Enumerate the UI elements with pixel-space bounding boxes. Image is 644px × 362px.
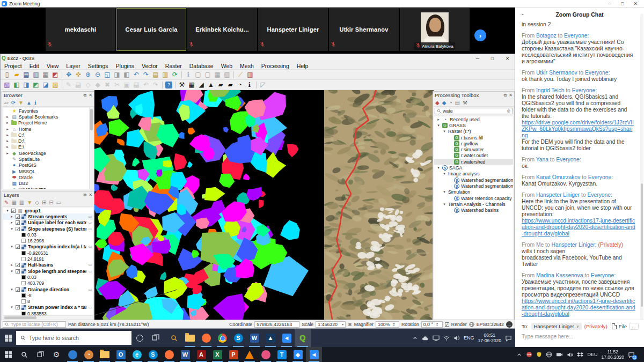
layer-checkbox[interactable]: ✓ [16,263,20,267]
chat-app[interactable]: ◆ [290,347,306,362]
add-feature-button[interactable]: ◇ [83,80,93,90]
pinned-search-app[interactable] [166,329,182,347]
zoom-full-button[interactable]: ◱ [103,70,112,79]
menu-help[interactable]: Help [293,63,312,69]
toolbox-group-recently-used[interactable]: ▸◔Recently used [434,116,513,122]
toolbox-search-input[interactable]: wate ⊗ [435,108,513,114]
copy-features-button[interactable]: ▣ [122,80,131,90]
zoom-app[interactable]: ◄ [306,347,322,362]
new-shapefile-layer-button[interactable]: ▨ [50,80,60,90]
next-participants-button[interactable]: › [474,29,486,41]
host-search-app[interactable] [16,347,32,362]
menu-processing[interactable]: Processing [258,63,293,69]
dropbox-icon[interactable] [577,352,583,358]
taskbar-search-input[interactable]: Type here to search [16,331,131,345]
zoom-next-button[interactable]: ↷ [141,70,151,79]
chat-link[interactable]: https://www.unccd.int/actions17-june-des… [522,298,635,317]
add-raster-layer-button[interactable]: ◨ [21,80,31,90]
outlook-app[interactable]: O [113,347,129,362]
add-delimited-text-button[interactable]: ◪ [41,80,50,90]
wifi-icon[interactable] [443,335,450,341]
project-properties-button[interactable]: ▥ [31,70,41,79]
epsg-code[interactable]: EPSG:32642 [477,322,504,327]
open-attribute-table-button[interactable]: ▦ [213,70,222,79]
host-start-button[interactable] [0,347,16,362]
zoom-last-button[interactable]: ↶ [131,70,141,79]
layer-checkbox[interactable]: ✓ [16,220,20,225]
layer-checkbox[interactable]: ✓ [16,269,20,274]
toolbox-group-image-analysis[interactable]: ▾Image analysis [434,171,513,177]
processing-toolbox-button[interactable]: ⚒ [177,80,187,90]
statistical-summary-button[interactable]: ▥ [245,70,255,79]
chevron-up-icon[interactable] [412,335,418,341]
help-button[interactable]: ? [165,82,172,88]
layer-checkbox[interactable]: ✓ [16,245,20,249]
browser-item-wms-wmts[interactable]: ◉WMS/WMTS [3,187,93,189]
paste-features-button[interactable]: ▤ [131,80,141,90]
vlc-app[interactable] [241,347,258,362]
layer-checkbox[interactable]: ✓ [16,215,20,219]
browser-properties-button[interactable]: ℹ [34,100,36,106]
layer-group-row[interactable]: ▾✓▦group1 [3,208,93,213]
menu-settings[interactable]: Settings [84,63,112,69]
alarms-app[interactable]: ◔ [80,347,97,362]
layer-row-slope-length-and-steepness-l[interactable]: ▾✓Slope length and steepness (L▭ [3,268,93,274]
layer-row-stream-power-index-a-tan-b[interactable]: ▾✓Stream power index a * tan(b▭ [3,305,93,311]
toolbox-close-button[interactable]: ✕ [509,93,513,98]
camera-tray-icon[interactable] [556,352,563,357]
vertex-tool-button[interactable]: ◆ [93,80,103,90]
map-canvas-satellite[interactable] [324,90,434,321]
chat-scrollbar[interactable] [640,14,643,320]
toolbox-alg-r-water-outlet[interactable]: Gr.water.outlet [434,153,513,159]
zoom-app[interactable]: ◄ [279,329,295,347]
toolbox-options-button[interactable]: ⚒ [463,100,467,106]
teamviewer-app[interactable]: T [274,347,290,362]
layout-manager-button[interactable]: ▦ [41,70,50,79]
toolbox-alg-r-gwflow[interactable]: Gr.gwflow [434,141,513,146]
acrobat-app[interactable]: A [193,347,209,362]
toolbox-group-grass[interactable]: ▾GGRASS [434,122,513,128]
globe-tray-icon[interactable] [546,351,552,358]
skype-app[interactable]: S [145,347,161,362]
identify-features-button[interactable]: ℹ [184,70,193,79]
cortana-button[interactable] [131,329,148,347]
speaker-icon[interactable] [567,352,573,358]
toggle-editing-button[interactable]: ✎ [64,80,74,90]
task-view-app[interactable] [32,347,48,362]
redo-button[interactable]: ↷ [151,80,160,90]
edge-globe-app[interactable] [64,347,80,362]
toolbox-float-button[interactable]: ⧉ [504,93,507,98]
word-app[interactable]: W [246,329,262,347]
export-layer-button[interactable]: ▰ [216,80,225,90]
browser-item-favorites[interactable]: ★Favorites [3,108,93,114]
zoom-to-selection-button[interactable]: ◨ [112,70,122,79]
firefox-app[interactable] [198,329,214,347]
toolbox-alg-watershed-segmentation[interactable]: SWatershed segmentation (... [434,183,513,189]
deselect-features-button[interactable]: ▢ [203,70,213,79]
shield-icon[interactable] [536,351,542,358]
host-language-indicator[interactable]: DEU [587,352,597,357]
menu-view[interactable]: View [43,63,63,69]
browser-item-mssql[interactable]: ▶MSSQL [3,168,93,174]
gradient-tool-button[interactable]: ◢ [196,80,206,90]
black-folder-button[interactable]: ▰ [225,80,235,90]
browser-filter-button[interactable]: ▼ [18,100,24,106]
qgis-close-button[interactable]: ✕ [506,56,509,61]
host-clock[interactable]: 11:5217.06.2020 [601,349,624,360]
toolbox-alg-watershed-basins[interactable]: SWatershed basins [434,207,513,213]
host-action-center-icon[interactable]: 11 [628,351,635,358]
zoom-close-button[interactable]: ✕ [633,1,638,6]
pan-map-button[interactable]: ✥ [64,70,74,79]
chat-file-label[interactable]: File [619,323,627,329]
qgis-app[interactable]: Q [295,329,311,347]
toolbox-results-button[interactable]: ▤ [455,100,459,106]
menu-edit[interactable]: Edit [26,63,43,69]
add-group-button[interactable]: ▦ [11,200,16,205]
crs-globe-icon[interactable] [469,322,474,327]
magnifier-input[interactable]: 100%▲▼ [376,321,399,328]
delete-selected-button[interactable]: ✖ [103,80,112,90]
map-themes-button[interactable]: ▥ [19,200,24,205]
participant-tile-hanspeter-liniger[interactable]: Hanspeter Liniger [258,8,328,51]
zoom-maximize-button[interactable]: □ [621,1,624,6]
chat-link[interactable]: https://www.unccd.int/actions17-june-des… [522,218,635,237]
